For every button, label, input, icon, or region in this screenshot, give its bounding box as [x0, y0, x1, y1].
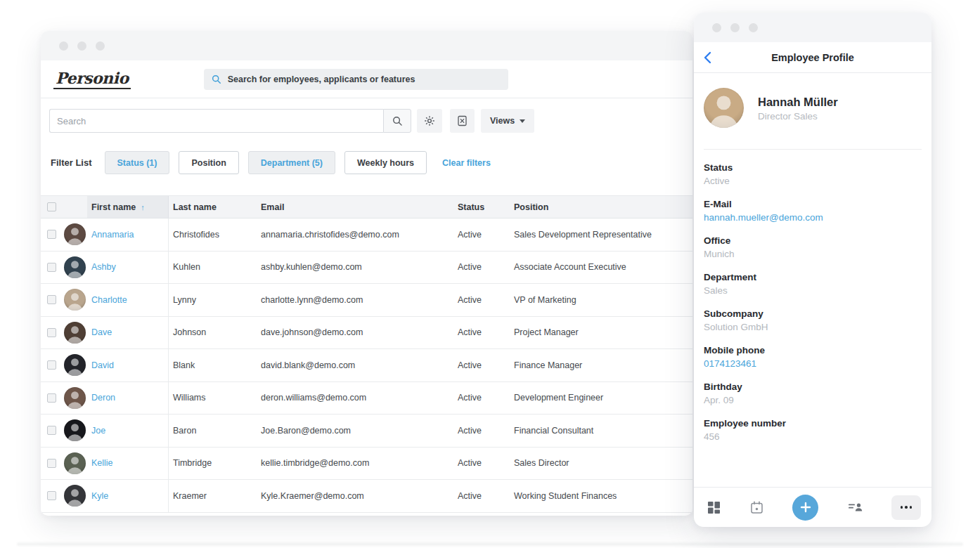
- first-name-link[interactable]: Charlotte: [91, 295, 127, 305]
- global-search-input[interactable]: Search for employees, applicants or feat…: [204, 69, 508, 90]
- field-value[interactable]: hannah.mueller@demo.com: [704, 211, 922, 225]
- status-cell: Active: [453, 218, 510, 251]
- row-checkbox[interactable]: [47, 360, 56, 370]
- search-button[interactable]: [383, 109, 411, 133]
- more-icon: [901, 506, 903, 509]
- export-button[interactable]: [450, 109, 475, 133]
- more-button[interactable]: [891, 495, 921, 520]
- field-value: Munich: [704, 247, 922, 261]
- filter-row: Filter List Status (1) Position Departme…: [51, 151, 683, 174]
- position-cell: Sales Development Representative: [510, 218, 692, 251]
- filter-chip-weekly-hours[interactable]: Weekly hours: [344, 151, 427, 174]
- employee-avatar: [64, 354, 86, 376]
- position-cell: Associate Account Executive: [510, 252, 692, 284]
- employee-avatar: [64, 485, 86, 507]
- main-window: Personio Search for employees, applicant…: [41, 31, 692, 516]
- table-row[interactable]: Joe Baron Joe.Baron@demo.com Active Fina…: [41, 415, 692, 448]
- people-list-icon[interactable]: [848, 501, 863, 514]
- filter-chip-department[interactable]: Department (5): [248, 151, 335, 174]
- field-value: 456: [704, 430, 922, 444]
- profile-field: Employee number456: [704, 417, 922, 444]
- row-checkbox[interactable]: [47, 328, 56, 337]
- views-label: Views: [490, 116, 515, 126]
- arrow-up-icon: ↑: [141, 203, 145, 211]
- table-row[interactable]: David Blank david.blank@demo.com Active …: [41, 349, 692, 382]
- first-name-link[interactable]: Dave: [91, 327, 112, 337]
- row-checkbox[interactable]: [47, 263, 56, 272]
- profile-field: SubcompanySolution GmbH: [704, 308, 922, 334]
- employee-name: Hannah Müller: [758, 96, 838, 109]
- window-control-icon[interactable]: [59, 41, 68, 51]
- window-control-icon[interactable]: [77, 41, 86, 51]
- personio-logo: Personio: [53, 69, 131, 89]
- calendar-icon[interactable]: [750, 501, 763, 514]
- filter-list-label: Filter List: [51, 157, 92, 168]
- employee-avatar: [64, 223, 86, 245]
- table-settings-button[interactable]: [417, 109, 442, 133]
- first-name-link[interactable]: Ashby: [91, 262, 116, 272]
- table-row[interactable]: Kyle Kraemer Kyle.Kraemer@demo.com Activ…: [41, 480, 692, 513]
- field-label: Status: [704, 162, 922, 174]
- email-cell: annamaria.christofides@demo.com: [257, 218, 453, 251]
- first-name-link[interactable]: Joe: [91, 426, 105, 436]
- field-value: Solution GmbH: [704, 320, 922, 334]
- chevron-down-icon: [520, 119, 525, 123]
- profile-title: Employee Profile: [694, 52, 931, 63]
- field-value: Apr. 09: [704, 393, 922, 407]
- first-name-link[interactable]: Annamaria: [91, 230, 134, 240]
- row-checkbox[interactable]: [47, 459, 56, 468]
- add-button[interactable]: [792, 495, 818, 521]
- filter-chip-status[interactable]: Status (1): [105, 151, 170, 174]
- clear-filters-link[interactable]: Clear filters: [442, 158, 491, 168]
- field-value[interactable]: 0174123461: [704, 357, 922, 371]
- filter-chip-position[interactable]: Position: [179, 151, 238, 174]
- row-checkbox[interactable]: [47, 393, 56, 403]
- column-header-status[interactable]: Status: [453, 196, 510, 218]
- position-cell: Sales Director: [510, 448, 692, 480]
- table-row[interactable]: Ashby Kuhlen ashby.kuhlen@demo.com Activ…: [41, 252, 692, 285]
- status-cell: Active: [453, 317, 510, 349]
- row-checkbox[interactable]: [47, 230, 56, 239]
- table-row[interactable]: Charlotte Lynny charlotte.lynn@demo.com …: [41, 284, 692, 317]
- window-control-icon[interactable]: [96, 41, 105, 51]
- column-header-position[interactable]: Position: [510, 196, 692, 218]
- profile-field: BirthdayApr. 09: [704, 381, 922, 407]
- window-control-icon[interactable]: [730, 23, 740, 32]
- select-all-checkbox[interactable]: [47, 202, 56, 211]
- email-cell: deron.williams@demo.com: [257, 382, 453, 415]
- table-row[interactable]: Annamaria Christofides annamaria.christo…: [41, 218, 692, 252]
- dashboard-icon[interactable]: [707, 501, 721, 514]
- field-label: E-Mail: [704, 198, 922, 211]
- table-body: Annamaria Christofides annamaria.christo…: [41, 218, 692, 513]
- window-control-icon[interactable]: [749, 23, 758, 32]
- row-checkbox[interactable]: [47, 295, 56, 304]
- status-cell: Active: [453, 448, 510, 480]
- row-checkbox[interactable]: [47, 426, 56, 435]
- last-name-cell: Christofides: [169, 218, 257, 251]
- first-name-link[interactable]: David: [91, 360, 114, 370]
- table-row[interactable]: Dave Johnson dave.johnson@demo.com Activ…: [41, 317, 692, 350]
- table-row[interactable]: Deron Williams deron.williams@demo.com A…: [41, 382, 692, 415]
- column-header-last-name[interactable]: Last name: [169, 196, 257, 218]
- plus-icon: [799, 501, 812, 514]
- profile-field: E-Mailhannah.mueller@demo.com: [704, 198, 922, 225]
- first-name-link[interactable]: Kyle: [91, 491, 108, 501]
- field-label: Subcompany: [704, 308, 922, 320]
- window-titlebar: [694, 13, 931, 42]
- search-input[interactable]: [49, 109, 383, 133]
- status-cell: Active: [453, 284, 510, 316]
- row-checkbox[interactable]: [47, 491, 56, 500]
- status-cell: Active: [453, 252, 510, 284]
- window-control-icon[interactable]: [712, 23, 721, 32]
- back-button[interactable]: [704, 42, 711, 72]
- views-dropdown[interactable]: Views: [481, 109, 534, 133]
- email-cell: charlotte.lynn@demo.com: [257, 284, 453, 316]
- profile-fields: StatusActiveE-Mailhannah.mueller@demo.co…: [704, 150, 922, 444]
- field-label: Birthday: [704, 381, 922, 393]
- column-header-first-name[interactable]: First name ↑: [87, 196, 169, 218]
- column-header-email[interactable]: Email: [257, 196, 453, 218]
- first-name-link[interactable]: Deron: [91, 393, 115, 403]
- table-row[interactable]: Kellie Timbridge kellie.timbridge@demo.c…: [41, 448, 692, 481]
- profile-body: Hannah Müller Director Sales StatusActiv…: [694, 73, 931, 487]
- first-name-link[interactable]: Kellie: [91, 458, 113, 468]
